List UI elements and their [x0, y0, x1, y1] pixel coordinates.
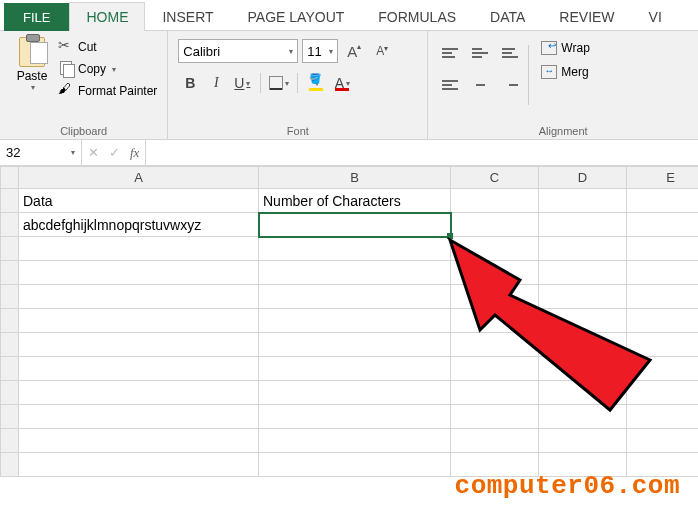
- cell[interactable]: [627, 405, 699, 429]
- align-left-button[interactable]: [438, 73, 462, 97]
- cell[interactable]: [19, 333, 259, 357]
- bold-button[interactable]: B: [178, 71, 202, 95]
- row-header[interactable]: [1, 261, 19, 285]
- tab-page-layout[interactable]: PAGE LAYOUT: [231, 2, 362, 31]
- cell[interactable]: [19, 405, 259, 429]
- column-header-b[interactable]: B: [259, 167, 451, 189]
- format-painter-button[interactable]: Format Painter: [58, 83, 157, 99]
- cell[interactable]: [627, 285, 699, 309]
- tab-review[interactable]: REVIEW: [542, 2, 631, 31]
- cell[interactable]: [19, 357, 259, 381]
- cell[interactable]: [451, 261, 539, 285]
- fill-color-button[interactable]: 🪣 ▾: [304, 71, 328, 95]
- tab-view[interactable]: VI: [632, 2, 679, 31]
- cell[interactable]: [19, 285, 259, 309]
- cell[interactable]: [539, 213, 627, 237]
- select-all-corner[interactable]: [1, 167, 19, 189]
- cell[interactable]: [259, 285, 451, 309]
- column-header-e[interactable]: E: [627, 167, 699, 189]
- cell[interactable]: [259, 309, 451, 333]
- row-header[interactable]: [1, 309, 19, 333]
- enter-formula-button[interactable]: ✓: [109, 145, 120, 160]
- cell-c1[interactable]: [451, 189, 539, 213]
- font-name-select[interactable]: Calibri ▾: [178, 39, 298, 63]
- cell[interactable]: [539, 405, 627, 429]
- cell[interactable]: [19, 237, 259, 261]
- cell[interactable]: [451, 213, 539, 237]
- italic-button[interactable]: I: [204, 71, 228, 95]
- align-right-button[interactable]: [498, 73, 522, 97]
- tab-home[interactable]: HOME: [69, 2, 145, 31]
- font-size-select[interactable]: 11 ▾: [302, 39, 338, 63]
- cell[interactable]: [539, 357, 627, 381]
- cell[interactable]: [451, 405, 539, 429]
- row-header[interactable]: [1, 429, 19, 453]
- tab-insert[interactable]: INSERT: [145, 2, 230, 31]
- cell[interactable]: [451, 333, 539, 357]
- borders-button[interactable]: ▾: [267, 71, 291, 95]
- merge-center-button[interactable]: Merg: [541, 65, 589, 79]
- row-header[interactable]: [1, 453, 19, 477]
- cancel-formula-button[interactable]: ✕: [88, 145, 99, 160]
- cell-a2[interactable]: abcdefghijklmnopqrstuvwxyz: [19, 213, 259, 237]
- name-box[interactable]: 32 ▾: [0, 140, 82, 165]
- cell[interactable]: [627, 357, 699, 381]
- cell[interactable]: [451, 381, 539, 405]
- align-center-button[interactable]: [468, 73, 492, 97]
- column-header-a[interactable]: A: [19, 167, 259, 189]
- cell[interactable]: [627, 309, 699, 333]
- cell[interactable]: [19, 381, 259, 405]
- cell[interactable]: [451, 429, 539, 453]
- cell[interactable]: [539, 285, 627, 309]
- cell[interactable]: [539, 381, 627, 405]
- cell[interactable]: [627, 213, 699, 237]
- paste-button[interactable]: Paste ▾: [8, 35, 56, 123]
- align-middle-button[interactable]: [468, 41, 492, 65]
- cell[interactable]: [19, 261, 259, 285]
- font-color-button[interactable]: A ▾: [330, 71, 354, 95]
- shrink-font-button[interactable]: A▾: [370, 39, 394, 63]
- cell[interactable]: [259, 237, 451, 261]
- cell[interactable]: [259, 429, 451, 453]
- cell[interactable]: [259, 333, 451, 357]
- cell[interactable]: [451, 309, 539, 333]
- column-header-d[interactable]: D: [539, 167, 627, 189]
- wrap-text-button[interactable]: Wrap: [541, 41, 589, 55]
- cell[interactable]: [451, 237, 539, 261]
- cell[interactable]: [259, 357, 451, 381]
- copy-button[interactable]: Copy ▾: [58, 61, 157, 77]
- cell[interactable]: [539, 309, 627, 333]
- cell[interactable]: [539, 333, 627, 357]
- tab-file[interactable]: FILE: [4, 3, 69, 31]
- cell[interactable]: [451, 285, 539, 309]
- cell[interactable]: [627, 429, 699, 453]
- row-header[interactable]: [1, 357, 19, 381]
- row-header[interactable]: [1, 213, 19, 237]
- align-bottom-button[interactable]: [498, 41, 522, 65]
- cell[interactable]: [19, 429, 259, 453]
- cell[interactable]: [259, 261, 451, 285]
- column-header-c[interactable]: C: [451, 167, 539, 189]
- cell[interactable]: [539, 429, 627, 453]
- align-top-button[interactable]: [438, 41, 462, 65]
- insert-function-button[interactable]: fx: [130, 145, 139, 161]
- cell[interactable]: [259, 453, 451, 477]
- cell-b2-selected[interactable]: [259, 213, 451, 237]
- cell[interactable]: [451, 357, 539, 381]
- cell-b1[interactable]: Number of Characters: [259, 189, 451, 213]
- row-header[interactable]: [1, 381, 19, 405]
- grow-font-button[interactable]: A▴: [342, 39, 366, 63]
- row-header[interactable]: [1, 333, 19, 357]
- cell[interactable]: [19, 453, 259, 477]
- tab-formulas[interactable]: FORMULAS: [361, 2, 473, 31]
- row-header[interactable]: [1, 285, 19, 309]
- cell-a1[interactable]: Data: [19, 189, 259, 213]
- cell-d1[interactable]: [539, 189, 627, 213]
- row-header[interactable]: [1, 237, 19, 261]
- cell[interactable]: [259, 405, 451, 429]
- row-header[interactable]: [1, 189, 19, 213]
- cell[interactable]: [627, 333, 699, 357]
- underline-button[interactable]: U▾: [230, 71, 254, 95]
- cell[interactable]: [539, 237, 627, 261]
- cell[interactable]: [539, 261, 627, 285]
